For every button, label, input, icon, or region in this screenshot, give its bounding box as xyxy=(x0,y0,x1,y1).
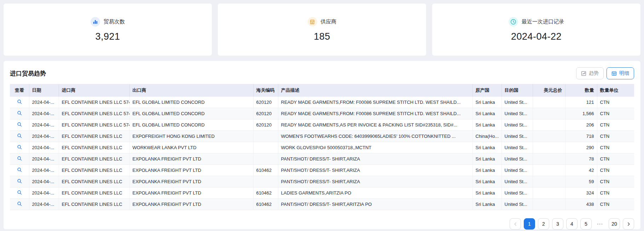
table-row: 2024-04-...EFL CONTAINER LINES LLCEXPOLA… xyxy=(10,199,634,210)
cell-description: READY MADE GARMENTS,FROM: F00086 SUPREME… xyxy=(278,108,472,119)
pagination-page-5[interactable]: 5 xyxy=(580,218,592,230)
cell-usd_total xyxy=(533,187,565,199)
search-icon[interactable] xyxy=(17,145,22,150)
column-header-description: 产品描述 xyxy=(278,84,472,97)
cell-description: PANT/SHOT/ DRESS/T- SHIRT,ARIZA xyxy=(278,176,472,187)
column-header-usd_total: 美元总价 xyxy=(533,84,565,97)
cell-unit: CTN xyxy=(597,176,634,187)
cell-quantity: 42 xyxy=(565,165,597,176)
cell-origin: Sri Lanka xyxy=(472,119,501,131)
toggle-button-label: 趋势 xyxy=(589,70,599,77)
column-header-hs_code: 海关编码 xyxy=(253,84,278,97)
stat-value: 3,921 xyxy=(95,31,120,42)
table-row: 2024-04-...EFL CONTAINER LINES LLCEXPOLA… xyxy=(10,187,634,199)
pagination-prev-button[interactable] xyxy=(510,218,521,230)
cell-view[interactable] xyxy=(10,108,29,119)
pagination-ellipsis[interactable]: ••• xyxy=(594,218,606,230)
cell-hs_code: 620120 xyxy=(253,119,278,131)
cell-description: WORK GLOVESP/O# 5000503718,,MCTNT xyxy=(278,142,472,153)
cell-importer: EFL CONTAINER LINES LLC 574 xyxy=(59,119,129,131)
stat-card: 贸易次数3,921 xyxy=(4,4,212,56)
cell-destination: United St... xyxy=(501,176,533,187)
cell-view[interactable] xyxy=(10,199,29,210)
cell-quantity: 1,566 xyxy=(565,108,597,119)
cell-quantity: 206 xyxy=(565,119,597,131)
stat-card-header: 贸易次数 xyxy=(91,17,125,27)
cell-view[interactable] xyxy=(10,187,29,199)
chevron-right-icon xyxy=(627,222,631,226)
search-icon[interactable] xyxy=(17,122,22,127)
search-icon[interactable] xyxy=(17,99,22,104)
search-icon[interactable] xyxy=(17,167,22,172)
column-header-exporter: 出口商 xyxy=(129,84,253,97)
search-icon[interactable] xyxy=(17,190,22,195)
cell-view[interactable] xyxy=(10,153,29,165)
search-icon[interactable] xyxy=(17,179,22,184)
cell-importer: EFL CONTAINER LINES LLC 574 xyxy=(59,108,129,119)
cell-date: 2024-04-... xyxy=(29,176,59,187)
stat-label: 贸易次数 xyxy=(104,18,125,25)
cell-importer: EFL CONTAINER LINES LLC xyxy=(59,131,129,142)
cell-destination: United St... xyxy=(501,119,533,131)
cell-destination: United St... xyxy=(501,199,533,210)
cell-usd_total xyxy=(533,199,565,210)
cell-description: PANT/SHOT/ DRESS/T- SHIRT,ARITZIA PO xyxy=(278,199,472,210)
cell-destination: United St... xyxy=(501,153,533,165)
cell-quantity: 59 xyxy=(565,176,597,187)
search-icon[interactable] xyxy=(17,111,22,116)
cell-date: 2024-04-... xyxy=(29,131,59,142)
table-row: 2024-04-...EFL CONTAINER LINES LLCEXPOLA… xyxy=(10,165,634,176)
bar-chart-icon xyxy=(91,17,100,27)
cell-destination: United St... xyxy=(501,97,533,108)
cell-usd_total xyxy=(533,97,565,108)
stat-card: 最近一次进口记录2024-04-22 xyxy=(432,4,640,56)
cell-view[interactable] xyxy=(10,142,29,153)
column-header-importer: 进口商 xyxy=(59,84,129,97)
cell-description: READY MADE GARMENTS,FROM: F00086 SUPREME… xyxy=(278,97,472,108)
cell-unit: CTN xyxy=(597,165,634,176)
cell-usd_total xyxy=(533,165,565,176)
cell-quantity: 290 xyxy=(565,142,597,153)
search-icon[interactable] xyxy=(17,156,22,161)
table-row: 2024-04-...EFL CONTAINER LINES LLC 574EF… xyxy=(10,119,634,131)
toggle-button-trend[interactable]: 趋势 xyxy=(576,67,604,79)
pagination-page-3[interactable]: 3 xyxy=(552,218,563,230)
pagination-page-2[interactable]: 2 xyxy=(538,218,549,230)
table-row: 2024-04-...EFL CONTAINER LINES LLC 574EF… xyxy=(10,97,634,108)
trend-chart-icon xyxy=(581,71,586,76)
cell-origin: Sri Lanka xyxy=(472,153,501,165)
cell-quantity: 121 xyxy=(565,97,597,108)
cell-view[interactable] xyxy=(10,119,29,131)
cell-exporter: EXPOLANKA FREIGHT PVT LTD xyxy=(129,199,253,210)
pagination-next-button[interactable] xyxy=(623,218,634,230)
stat-label: 供应商 xyxy=(321,18,337,25)
panel-title: 进口贸易趋势 xyxy=(10,69,46,78)
cell-date: 2024-04-... xyxy=(29,119,59,131)
cell-view[interactable] xyxy=(10,131,29,142)
cell-date: 2024-04-... xyxy=(29,165,59,176)
toggle-button-detail[interactable]: 明细 xyxy=(607,67,634,79)
pagination-page-1[interactable]: 1 xyxy=(524,218,535,230)
table-row: 2024-04-...EFL CONTAINER LINES LLC 574EF… xyxy=(10,108,634,119)
table-row: 2024-04-...EFL CONTAINER LINES LLCWORKWE… xyxy=(10,142,634,153)
pagination-page-20[interactable]: 20 xyxy=(609,218,620,230)
cell-view[interactable] xyxy=(10,97,29,108)
cell-destination: United St... xyxy=(501,142,533,153)
cell-exporter: WORKWEAR LANKA PVT LTD xyxy=(129,142,253,153)
stat-label: 最近一次进口记录 xyxy=(522,18,564,25)
column-header-origin: 原产国 xyxy=(472,84,501,97)
clock-icon xyxy=(509,17,518,27)
cell-view[interactable] xyxy=(10,165,29,176)
cell-origin: Sri Lanka xyxy=(472,142,501,153)
cell-hs_code: 620120 xyxy=(253,97,278,108)
cell-description: READY MADE GARMENTS,AS PER INVOICE & PAC… xyxy=(278,119,472,131)
search-icon[interactable] xyxy=(17,133,22,138)
search-icon[interactable] xyxy=(17,201,22,206)
table-header-row: 查看日期进口商出口商海关编码产品描述原产国目的国美元总价数量数量单位 xyxy=(10,84,634,97)
cell-view[interactable] xyxy=(10,176,29,187)
cell-description: PANT/SHOT/ DRESS/T- SHIRT,ARIZA xyxy=(278,153,472,165)
cell-hs_code xyxy=(253,176,278,187)
stat-value: 185 xyxy=(314,31,330,42)
pagination-page-4[interactable]: 4 xyxy=(566,218,578,230)
cell-date: 2024-04-... xyxy=(29,187,59,199)
